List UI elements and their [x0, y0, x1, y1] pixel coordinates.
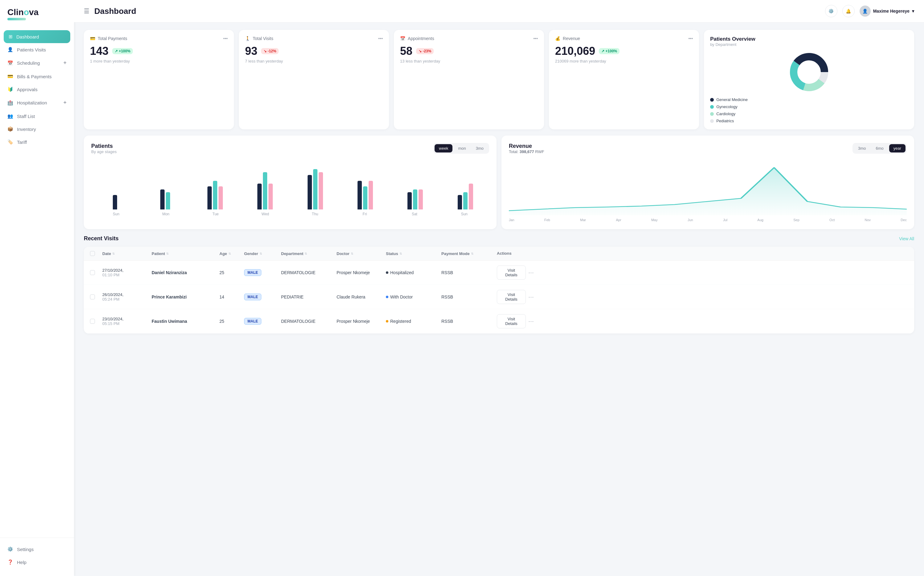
view-all-link[interactable]: View All: [899, 236, 914, 241]
tab-3mo-rev[interactable]: 3mo: [854, 144, 870, 152]
sidebar-item-dashboard[interactable]: ⊞ Dashboard: [4, 30, 70, 43]
stat-header-total-visits: 🚶 Total Visits •••: [245, 36, 383, 41]
bills-payments-icon: 💳: [7, 74, 13, 79]
stat-header-left-appointments: 📅 Appointments: [400, 36, 434, 41]
header: ☰ Dashboard ⚙️ 🔔 👤 Maxime Hegereye ▾: [74, 0, 924, 22]
sort-dept-icon: ⇅: [305, 252, 307, 255]
stat-header-revenue: 💰 Revenue •••: [555, 36, 693, 41]
sidebar-item-settings[interactable]: ⚙️ Settings: [0, 543, 74, 556]
tab-3mo[interactable]: 3mo: [472, 144, 488, 152]
tab-6mo-rev[interactable]: 6mo: [871, 144, 888, 152]
settings-icon-button[interactable]: ⚙️: [825, 5, 837, 17]
row-age-0: 25: [220, 270, 244, 275]
bar-teal: [166, 192, 170, 210]
sidebar-label-staff-list: Staff List: [17, 114, 35, 119]
sidebar-item-inventory[interactable]: 📦 Inventory: [0, 123, 74, 136]
col-age: Age ⇅: [220, 251, 244, 256]
sidebar-item-help[interactable]: ❓ Help: [0, 556, 74, 569]
bar-group: [241, 172, 289, 210]
main-area: ☰ Dashboard ⚙️ 🔔 👤 Maxime Hegereye ▾ 💳 T…: [74, 0, 924, 576]
sidebar-item-approvals[interactable]: 🔰 Approvals: [0, 83, 74, 96]
more-icon-appointments[interactable]: •••: [533, 36, 538, 41]
revenue-chart-card: Revenue Total: 398,677 RWF 3mo 6mo year: [501, 136, 914, 229]
tab-year-rev[interactable]: year: [889, 144, 905, 152]
row-actions-2: Visit Details ⋯: [497, 314, 534, 328]
sidebar-label-hospitalization: Hospitalization: [17, 100, 47, 106]
tab-mon[interactable]: mon: [454, 144, 470, 152]
legend-label: Cardiology: [716, 112, 735, 116]
stat-badge-total-visits: ↘ -12%: [261, 48, 279, 54]
stat-main-total-visits: 93 ↘ -12%: [245, 45, 383, 58]
row-gender-1: MALE: [244, 294, 281, 300]
x-label: Apr: [616, 218, 621, 222]
hospitalization-icon: 🏥: [7, 100, 13, 106]
sidebar-item-tariff[interactable]: 🏷️ Tariff: [0, 136, 74, 149]
inventory-icon: 📦: [7, 126, 13, 132]
more-icon-total-payments[interactable]: •••: [223, 36, 228, 41]
notifications-icon-button[interactable]: 🔔: [842, 5, 855, 17]
select-all-checkbox[interactable]: [90, 251, 95, 256]
visit-details-button-2[interactable]: Visit Details: [497, 314, 526, 328]
row-department-1: PEDIATRIE: [281, 294, 337, 299]
col-status: Status ⇅: [386, 251, 441, 256]
sidebar-item-hospitalization[interactable]: 🏥 Hospitalization +: [0, 96, 74, 110]
logo-wave: [7, 18, 26, 20]
sidebar-item-bills-payments[interactable]: 💳 Bills & Payments: [0, 70, 74, 83]
recent-visits-section: Recent Visits View All Date ⇅ Patient ⇅ …: [84, 235, 914, 334]
col-payment: Payment Mode ⇅: [441, 251, 497, 256]
legend-item-gynecology: Gynecology: [710, 104, 908, 109]
sidebar-item-scheduling[interactable]: 📅 Scheduling +: [0, 56, 74, 70]
more-actions-button-2[interactable]: ⋯: [528, 318, 534, 325]
status-dot-1: [386, 296, 388, 298]
patients-chart-header: Patients By age stages week mon 3mo: [91, 143, 489, 154]
row-payment-0: RSSB: [441, 270, 497, 275]
row-patient-1: Prince Karambizi: [152, 294, 220, 299]
table-header: Date ⇅ Patient ⇅ Age ⇅ Gender ⇅ Departme…: [84, 247, 914, 261]
recent-visits-title: Recent Visits: [84, 235, 119, 242]
row-select-0[interactable]: [90, 270, 95, 275]
col-department: Department ⇅: [281, 251, 337, 256]
sidebar-item-staff-list[interactable]: 👥 Staff List: [0, 110, 74, 123]
visit-details-button-0[interactable]: Visit Details: [497, 266, 526, 280]
stat-header-left-total-visits: 🚶 Total Visits: [245, 36, 273, 41]
hamburger-button[interactable]: ☰: [84, 8, 89, 14]
x-labels: JanFebMarAprMayJunJulAugSepOctNovDec: [509, 218, 907, 222]
x-label: Jan: [509, 218, 514, 222]
row-patient-2: Faustin Uwimana: [152, 319, 220, 324]
sidebar-item-patients-visits[interactable]: 👤 Patients Visits: [0, 43, 74, 56]
row-patient-0: Daniel Nziranziza: [152, 270, 220, 275]
legend-label: General Medicine: [716, 98, 748, 102]
bar-pink: [419, 189, 423, 210]
sidebar-label-patients-visits: Patients Visits: [17, 47, 46, 52]
revenue-chart-header: Revenue Total: 398,677 RWF 3mo 6mo year: [509, 143, 907, 155]
more-actions-button-0[interactable]: ⋯: [528, 269, 534, 276]
patients-visits-icon: 👤: [7, 47, 13, 52]
more-icon-total-visits[interactable]: •••: [378, 36, 383, 41]
visit-details-button-1[interactable]: Visit Details: [497, 290, 526, 304]
more-actions-button-1[interactable]: ⋯: [528, 294, 534, 300]
status-dot-0: [386, 271, 388, 274]
x-label: Oct: [829, 218, 835, 222]
bar-navy: [207, 186, 212, 210]
more-icon-revenue[interactable]: •••: [688, 36, 693, 41]
sidebar-label-bills-payments: Bills & Payments: [17, 74, 52, 79]
row-status-2: Registered: [386, 319, 441, 324]
stat-card-revenue: 💰 Revenue ••• 210,069 ↗ +100% 210069 mor…: [549, 30, 699, 130]
data-table: Date ⇅ Patient ⇅ Age ⇅ Gender ⇅ Departme…: [84, 247, 914, 334]
row-status-1: With Doctor: [386, 294, 441, 299]
stat-sub-total-payments: 1 more than yesterday: [90, 59, 228, 64]
row-gender-0: MALE: [244, 269, 281, 276]
row-select-1[interactable]: [90, 294, 95, 299]
legend-item-general-medicine: General Medicine: [710, 98, 908, 102]
row-actions-1: Visit Details ⋯: [497, 290, 534, 304]
bar-teal: [263, 172, 267, 210]
bar-inner: [207, 181, 223, 210]
bar-day-label: Sun: [440, 212, 489, 216]
revenue-svg: [509, 162, 907, 217]
legend-dot: [710, 98, 714, 102]
tab-week[interactable]: week: [435, 144, 452, 152]
row-select-2[interactable]: [90, 319, 95, 324]
bar-pink: [469, 184, 473, 210]
user-area[interactable]: 👤 Maxime Hegereye ▾: [860, 6, 914, 17]
col-actions: Actions: [497, 251, 534, 256]
